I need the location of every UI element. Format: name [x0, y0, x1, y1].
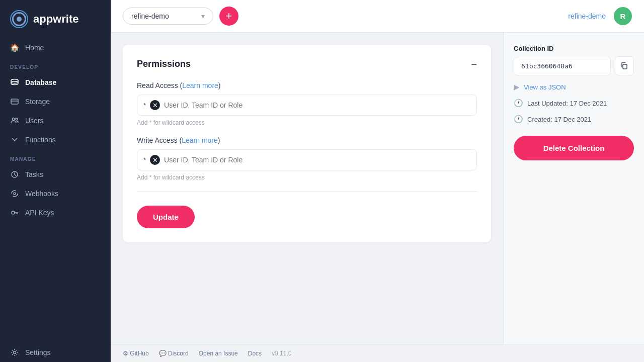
sidebar-item-label: Database — [25, 78, 56, 86]
footer-version: v0.11.0 — [272, 350, 291, 357]
app-name: appwrite — [33, 13, 78, 26]
sidebar-item-label: Functions — [25, 136, 56, 144]
storage-icon — [10, 97, 19, 106]
footer-discord-link[interactable]: 💬 Discord — [159, 350, 189, 357]
footer: ⚙ GitHub 💬 Discord Open an Issue Docs v0… — [111, 344, 644, 362]
sidebar-item-label: Home — [25, 44, 44, 52]
read-wildcard-badge: * — [143, 102, 146, 109]
svg-point-3 — [13, 118, 15, 121]
read-access-section: Read Access (Learn more) * ✕ Add * for w… — [137, 81, 477, 126]
chevron-down-icon: ▾ — [201, 12, 205, 20]
permissions-card: Permissions − Read Access (Learn more) *… — [123, 45, 491, 242]
footer-docs-link[interactable]: Docs — [248, 350, 262, 357]
sidebar-item-home[interactable]: 🏠 Home — [0, 38, 111, 57]
created-row: 🕐 Created: 17 Dec 2021 — [514, 115, 634, 124]
add-project-button[interactable]: + — [219, 7, 238, 26]
section-header: Permissions − — [137, 59, 477, 69]
read-remove-button[interactable]: ✕ — [150, 100, 160, 110]
write-remove-button[interactable]: ✕ — [150, 155, 160, 165]
svg-point-7 — [12, 211, 15, 214]
update-button[interactable]: Update — [137, 206, 195, 228]
topbar: refine-demo ▾ + refine-demo R — [111, 0, 644, 33]
read-access-label: Read Access (Learn more) — [137, 81, 477, 89]
write-wildcard-hint: Add * for wildcard access — [137, 174, 477, 181]
svg-point-4 — [16, 118, 18, 120]
sidebar-item-storage[interactable]: Storage — [0, 92, 111, 111]
permissions-title: Permissions — [137, 59, 191, 69]
svg-rect-12 — [623, 64, 627, 69]
sidebar-section-manage: MANAGE — [0, 149, 111, 165]
sidebar: appwrite 🏠 Home DEVELOP Database Storage… — [0, 0, 111, 362]
center-panel: Permissions − Read Access (Learn more) *… — [111, 33, 503, 344]
users-icon — [10, 116, 19, 125]
sidebar-bottom: Settings — [0, 343, 111, 362]
svg-point-11 — [14, 351, 16, 354]
last-updated-row: 🕐 Last Updated: 17 Dec 2021 — [514, 99, 634, 108]
main-area: refine-demo ▾ + refine-demo R Permission… — [111, 0, 644, 362]
database-icon — [10, 78, 19, 87]
collection-id-label: Collection ID — [514, 45, 634, 52]
sidebar-item-label: Settings — [25, 348, 51, 356]
write-learn-more-link[interactable]: Learn more — [182, 136, 218, 144]
sidebar-section-develop: DEVELOP — [0, 57, 111, 73]
clock-icon: 🕐 — [514, 99, 523, 108]
sidebar-item-label: API Keys — [25, 209, 54, 217]
logo-icon — [10, 10, 28, 28]
created-text: Created: 17 Dec 2021 — [527, 116, 591, 123]
sidebar-item-label: Tasks — [25, 170, 43, 178]
collection-id-value: 61bc3660648a6 — [514, 57, 611, 75]
project-selector[interactable]: refine-demo ▾ — [123, 8, 213, 25]
home-icon: 🏠 — [10, 43, 19, 52]
last-updated-text: Last Updated: 17 Dec 2021 — [527, 100, 607, 107]
collection-id-section: Collection ID 61bc3660648a6 — [514, 45, 634, 75]
read-wildcard-hint: Add * for wildcard access — [137, 119, 477, 126]
created-clock-icon: 🕐 — [514, 115, 523, 124]
api-keys-icon — [10, 208, 19, 217]
sidebar-item-label: Webhooks — [25, 190, 58, 198]
collapse-button[interactable]: − — [471, 59, 477, 69]
webhooks-icon — [10, 189, 19, 198]
svg-point-0 — [11, 79, 18, 82]
write-access-label: Write Access (Learn more) — [137, 136, 477, 144]
collection-id-row: 61bc3660648a6 — [514, 56, 634, 75]
svg-point-6 — [14, 193, 16, 195]
sidebar-item-database[interactable]: Database — [0, 73, 111, 92]
read-learn-more-link[interactable]: Learn more — [182, 81, 218, 89]
topbar-right: refine-demo R — [568, 7, 632, 25]
sidebar-item-webhooks[interactable]: Webhooks — [0, 184, 111, 203]
sidebar-item-tasks[interactable]: Tasks — [0, 165, 111, 184]
read-access-input-row: * ✕ — [137, 95, 477, 116]
view-as-json-text: View as JSON — [524, 83, 566, 91]
write-access-input[interactable] — [164, 156, 470, 164]
sidebar-item-functions[interactable]: Functions — [0, 130, 111, 149]
svg-rect-1 — [11, 99, 18, 104]
app-logo: appwrite — [0, 0, 111, 38]
project-selector-value: refine-demo — [131, 12, 169, 20]
sidebar-item-users[interactable]: Users — [0, 111, 111, 130]
write-wildcard-badge: * — [143, 156, 146, 164]
tasks-icon — [10, 170, 19, 179]
functions-icon — [10, 135, 19, 144]
sidebar-item-label: Users — [25, 117, 44, 125]
footer-issue-link[interactable]: Open an Issue — [199, 350, 238, 357]
footer-github-link[interactable]: ⚙ GitHub — [123, 350, 149, 357]
view-as-json-link[interactable]: ▶ View as JSON — [514, 82, 634, 92]
right-panel: Collection ID 61bc3660648a6 ▶ View as JS… — [503, 33, 644, 344]
topbar-project-name: refine-demo — [568, 12, 606, 20]
delete-collection-button[interactable]: Delete Collection — [514, 136, 634, 160]
sidebar-item-api-keys[interactable]: API Keys — [0, 203, 111, 222]
sidebar-item-label: Storage — [25, 98, 50, 106]
settings-icon — [10, 348, 19, 357]
user-avatar[interactable]: R — [614, 7, 632, 25]
content-area: Permissions − Read Access (Learn more) *… — [111, 33, 644, 344]
copy-id-button[interactable] — [615, 56, 634, 75]
read-access-input[interactable] — [164, 101, 470, 109]
sidebar-item-settings[interactable]: Settings — [0, 343, 111, 362]
write-access-input-row: * ✕ — [137, 149, 477, 170]
json-icon: ▶ — [514, 82, 520, 92]
write-access-section: Write Access (Learn more) * ✕ Add * for … — [137, 136, 477, 181]
